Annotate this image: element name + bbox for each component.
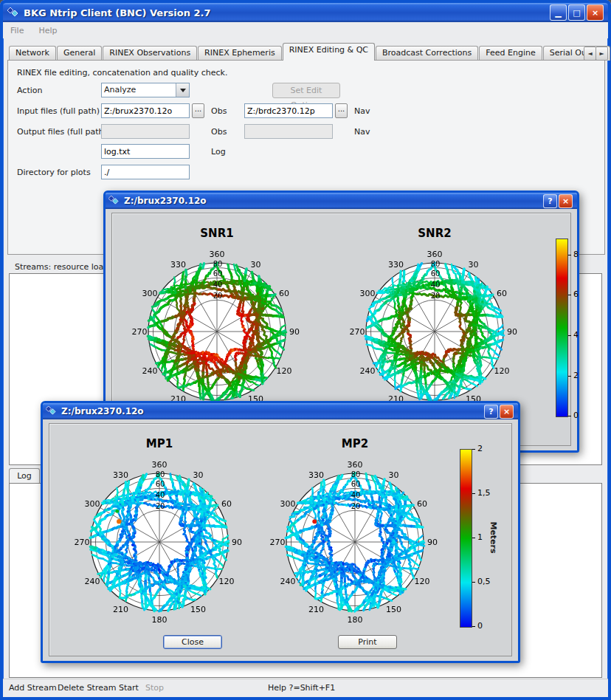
start-button[interactable]: Start: [119, 683, 139, 693]
mp-plot-area: MP1 MP2 00,511,52 Meters Close Print: [49, 423, 512, 656]
snr-dialog-controls: ? ×: [543, 194, 574, 208]
mp-dialog-controls: ? ×: [484, 405, 515, 419]
menu-file[interactable]: File: [3, 24, 31, 37]
plots-dir-label: Directory for plots: [17, 168, 91, 177]
colorbar-tick-label: 1,5: [477, 489, 491, 498]
colorbar-tick-label: 6: [573, 290, 579, 299]
skyplot-mp2: [266, 450, 443, 628]
colorbar-tick-label: 4: [573, 331, 579, 340]
panel-description: RINEX file editing, concatenation and qu…: [17, 68, 227, 78]
mp2-title: MP2: [266, 437, 443, 450]
tab-feed-engine[interactable]: Feed Engine: [479, 46, 542, 61]
action-selected-value: Analyze: [102, 83, 176, 97]
window-title: BKG Ntrip Client (BNC) Version 2.7: [24, 7, 211, 18]
mp-plot-dialog: Z:/brux2370.12o ? × MP1 MP2 00,511,52 Me…: [41, 401, 520, 663]
dialog-close-button[interactable]: ×: [500, 405, 514, 419]
delete-stream-button[interactable]: Delete Stream: [58, 683, 116, 693]
close-button[interactable]: ×: [587, 4, 604, 21]
input-files-label: Input files (full path): [17, 106, 100, 116]
mp1-title: MP1: [71, 437, 248, 450]
colorbar-tick: [472, 449, 475, 450]
tab-broadcast-corrections[interactable]: Broadcast Corrections: [376, 46, 478, 61]
nav-tag-2: Nav: [354, 127, 370, 137]
colorbar-tick: [472, 538, 475, 538]
colorbar-tick-label: 2: [477, 445, 483, 453]
tab-log[interactable]: Log: [9, 468, 40, 484]
colorbar-tick-label: 0,5: [477, 577, 491, 586]
nav-tag: Nav: [354, 106, 370, 116]
output-obs-file: [101, 124, 190, 139]
snr-dialog-title: Z:/brux2370.12o: [124, 196, 207, 206]
action-select[interactable]: Analyze: [101, 83, 190, 97]
colorbar-tick: [568, 376, 571, 377]
colorbar-tick: [568, 295, 571, 295]
snr-colorbar: 02468: [556, 239, 588, 416]
tab-general[interactable]: General: [57, 46, 102, 61]
print-plot-button[interactable]: Print: [338, 635, 397, 649]
tab-bar: Network General RINEX Observations RINEX…: [9, 44, 611, 61]
snr-dialog-titlebar[interactable]: Z:/brux2370.12o ? ×: [106, 193, 577, 209]
tab-network[interactable]: Network: [9, 46, 56, 61]
close-plot-button[interactable]: Close: [163, 635, 222, 649]
statusbar-help-text: Help ?=Shift+F1: [268, 683, 335, 693]
menubar: File Help: [3, 22, 608, 38]
colorbar-tick: [568, 416, 571, 416]
set-edit-options-button: Set Edit Options: [272, 83, 340, 98]
obs-tag: Obs: [211, 106, 227, 116]
colorbar-axis-label: Meters: [488, 515, 498, 560]
bnc-logo-icon: [108, 195, 120, 207]
bnc-logo-icon: [7, 7, 19, 18]
input-obs-file[interactable]: [101, 103, 190, 118]
tab-scroll-left-icon[interactable]: ◄: [584, 47, 596, 61]
mp-dialog-title: Z:/brux2370.12o: [61, 406, 144, 416]
skyplot-snr2: [346, 240, 523, 417]
skyplot-mp1: [71, 450, 248, 628]
colorbar-tick-label: 8: [573, 250, 579, 259]
colorbar-tick-label: 0: [573, 411, 579, 420]
logfile-field[interactable]: [101, 144, 190, 159]
combo-dropdown-icon[interactable]: [176, 83, 189, 97]
obs-tag-2: Obs: [211, 127, 227, 137]
snr2-title: SNR2: [346, 227, 523, 240]
output-nav-file: [244, 124, 333, 139]
colorbar-tick-label: 1: [477, 533, 483, 542]
tab-scroll-right-icon[interactable]: ►: [596, 47, 608, 61]
dialog-close-button[interactable]: ×: [559, 194, 573, 208]
dialog-help-button[interactable]: ?: [543, 194, 557, 208]
input-nav-file[interactable]: [244, 103, 333, 118]
skyplot-snr1: [128, 240, 306, 417]
dialog-help-button[interactable]: ?: [484, 405, 498, 419]
tab-rinex-editing-qc[interactable]: RINEX Editing & QC: [283, 43, 375, 61]
plots-dir-field[interactable]: [101, 165, 190, 179]
bnc-logo-icon: [46, 405, 58, 417]
colorbar-tick-label: 2: [573, 371, 579, 380]
maximize-button[interactable]: □: [568, 4, 585, 21]
statusbar: Add Stream Delete Stream Start Stop Help…: [3, 679, 608, 697]
colorbar-tick: [568, 255, 571, 255]
stop-button: Stop: [145, 683, 164, 693]
colorbar-tick: [568, 335, 571, 336]
colorbar-tick: [472, 493, 475, 494]
colorbar-tick: [472, 626, 475, 627]
snr1-title: SNR1: [128, 227, 306, 240]
browse-nav-button[interactable]: ...: [335, 103, 348, 118]
log-tag: Log: [211, 147, 226, 157]
menu-help[interactable]: Help: [31, 24, 64, 37]
action-label: Action: [17, 86, 42, 95]
colorbar-tick-label: 0: [477, 622, 483, 631]
browse-obs-button[interactable]: ...: [192, 103, 204, 118]
tab-rinex-observations[interactable]: RINEX Observations: [103, 46, 197, 61]
window-controls: ▁ □ ×: [550, 4, 605, 21]
add-stream-button[interactable]: Add Stream: [9, 683, 57, 693]
streams-label: Streams: resource load: [15, 262, 108, 272]
colorbar-gradient: [556, 239, 568, 417]
window-titlebar[interactable]: BKG Ntrip Client (BNC) Version 2.7 ▁ □ ×: [3, 3, 608, 22]
mp-dialog-titlebar[interactable]: Z:/brux2370.12o ? ×: [43, 403, 518, 419]
output-files-label: Output files (full path): [17, 127, 107, 137]
bnc-main-window: BKG Ntrip Client (BNC) Version 2.7 ▁ □ ×…: [0, 0, 611, 700]
colorbar-tick: [472, 582, 475, 583]
tab-rinex-ephemeris[interactable]: RINEX Ephemeris: [198, 46, 282, 61]
minimize-button[interactable]: ▁: [550, 4, 567, 21]
colorbar-gradient: [460, 449, 472, 628]
